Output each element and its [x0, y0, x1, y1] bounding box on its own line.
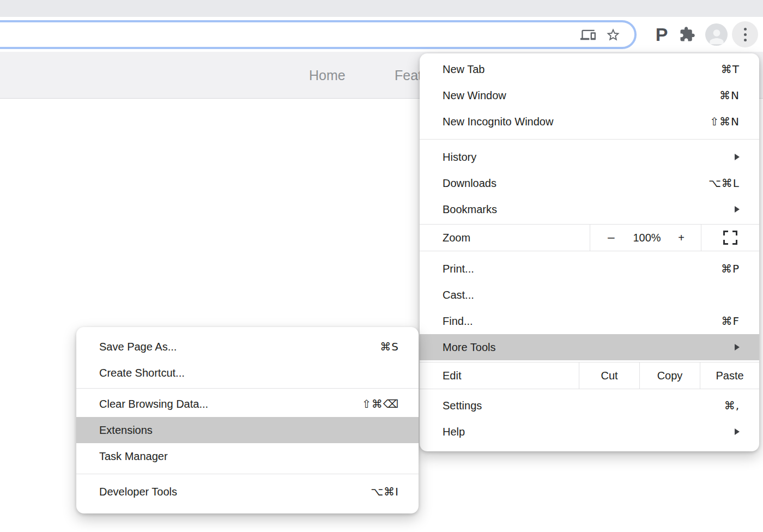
menu-item-create-shortcut[interactable]: Create Shortcut...: [76, 360, 419, 386]
menu-item-label: Developer Tools: [99, 486, 177, 498]
fullscreen-cell: [701, 225, 759, 251]
zoom-in-button[interactable]: +: [678, 232, 685, 244]
browser-toolbar: P: [0, 17, 763, 52]
nav-link-home[interactable]: Home: [309, 52, 346, 99]
fullscreen-icon[interactable]: [723, 231, 737, 245]
send-to-devices-icon[interactable]: [576, 24, 601, 46]
menu-item-label: More Tools: [443, 341, 495, 354]
nav-link-features[interactable]: Feat: [395, 52, 422, 99]
shortcut-label: ⌘N: [719, 89, 740, 102]
shortcut-label: ⌥⌘I: [371, 485, 399, 498]
menu-item-label: Cast...: [443, 289, 474, 301]
menu-item-label: Task Manager: [99, 450, 168, 463]
menu-item-find[interactable]: Find... ⌘F: [420, 308, 759, 334]
menu-item-label: New Tab: [443, 63, 485, 76]
menu-item-save-page-as[interactable]: Save Page As... ⌘S: [76, 334, 419, 360]
shortcut-label: ⌘F: [721, 315, 740, 328]
menu-item-label: Save Page As...: [99, 341, 177, 353]
more-tools-submenu: Save Page As... ⌘S Create Shortcut... Cl…: [76, 327, 419, 513]
menu-item-help[interactable]: Help: [420, 419, 759, 445]
submenu-arrow-icon: [735, 428, 740, 435]
menu-item-extensions[interactable]: Extensions: [76, 417, 419, 443]
chrome-main-menu: New Tab ⌘T New Window ⌘N New Incognito W…: [420, 53, 759, 451]
shortcut-label: ⇧⌘⌫: [362, 397, 399, 410]
menu-item-label: History: [443, 151, 476, 164]
p-extension-icon[interactable]: P: [650, 24, 674, 45]
menu-item-label: New Window: [443, 89, 506, 102]
address-bar[interactable]: [0, 20, 637, 49]
submenu-arrow-icon: [735, 344, 740, 350]
zoom-row: Zoom − 100% +: [420, 224, 759, 251]
menu-item-developer-tools[interactable]: Developer Tools ⌥⌘I: [76, 479, 419, 505]
submenu-arrow-icon: [735, 206, 740, 213]
menu-item-new-tab[interactable]: New Tab ⌘T: [420, 56, 759, 82]
zoom-label: Zoom: [420, 225, 590, 251]
edit-cut-button[interactable]: Cut: [579, 362, 639, 389]
menu-item-label: Settings: [443, 400, 482, 412]
profile-avatar[interactable]: [705, 23, 728, 46]
edit-row: Edit Cut Copy Paste: [420, 362, 759, 389]
menu-item-label: Extensions: [99, 424, 153, 437]
menu-item-settings[interactable]: Settings ⌘,: [420, 392, 759, 419]
menu-item-new-window[interactable]: New Window ⌘N: [420, 82, 759, 108]
edit-label: Edit: [420, 362, 579, 389]
menu-item-bookmarks[interactable]: Bookmarks: [420, 196, 759, 222]
menu-item-label: Downloads: [443, 177, 496, 190]
menu-item-more-tools[interactable]: More Tools: [420, 334, 759, 360]
shortcut-label: ⇧⌘N: [710, 115, 740, 128]
zoom-out-button[interactable]: −: [607, 231, 616, 244]
edit-copy-button[interactable]: Copy: [639, 362, 700, 389]
shortcut-label: ⌘,: [724, 399, 740, 412]
spacer: [420, 251, 759, 256]
shortcut-label: ⌘S: [380, 340, 399, 353]
menu-item-cast[interactable]: Cast...: [420, 282, 759, 308]
menu-item-new-incognito-window[interactable]: New Incognito Window ⇧⌘N: [420, 108, 759, 135]
shortcut-label: ⌥⌘L: [708, 177, 740, 190]
edit-paste-button[interactable]: Paste: [700, 362, 759, 389]
zoom-level: 100%: [633, 232, 661, 244]
menu-item-label: Create Shortcut...: [99, 367, 185, 379]
extensions-puzzle-icon[interactable]: [674, 26, 701, 43]
menu-item-label: Help: [443, 426, 465, 438]
menu-item-task-manager[interactable]: Task Manager: [76, 443, 419, 469]
shortcut-label: ⌘P: [721, 262, 740, 275]
menu-item-print[interactable]: Print... ⌘P: [420, 256, 759, 282]
menu-separator: [76, 388, 419, 389]
bookmark-star-icon[interactable]: [601, 24, 626, 46]
menu-item-label: Print...: [443, 263, 474, 275]
menu-item-downloads[interactable]: Downloads ⌥⌘L: [420, 170, 759, 196]
menu-item-label: Find...: [443, 315, 473, 328]
tab-strip: [0, 0, 763, 17]
menu-separator: [76, 474, 419, 474]
menu-separator: [420, 139, 759, 140]
menu-item-label: Clear Browsing Data...: [99, 398, 208, 410]
menu-kebab-icon[interactable]: [732, 21, 758, 47]
menu-item-label: Bookmarks: [443, 203, 497, 216]
menu-item-clear-browsing-data[interactable]: Clear Browsing Data... ⇧⌘⌫: [76, 391, 419, 417]
submenu-arrow-icon: [735, 154, 740, 160]
zoom-controls: − 100% +: [590, 225, 701, 251]
menu-item-history[interactable]: History: [420, 144, 759, 170]
menu-item-label: New Incognito Window: [443, 116, 553, 128]
shortcut-label: ⌘T: [721, 63, 740, 76]
